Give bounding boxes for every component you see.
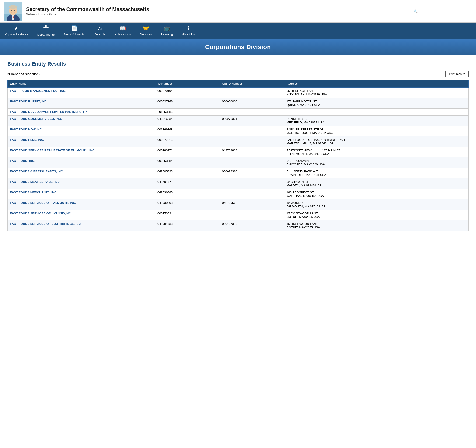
svg-point-8 [14,10,15,11]
table-row: FAST FOOD BUFFET, INC.000637869000000000… [8,98,469,108]
address-cell: 515 BROADWAYCHICOPEE, MA 01020 USA [284,158,469,168]
id-number-cell: 000183971 [155,147,220,158]
address-cell: , [284,108,469,115]
id-number-cell: 042784733 [155,221,220,231]
table-row: FAST FOODS & RESTAURANTS, INC.0426053930… [8,168,469,178]
search-box[interactable]: 🔍 [412,8,472,14]
entity-name-link[interactable]: FAST FOOD PLUS, INC. [10,138,44,142]
nav-item-news-events[interactable]: 📄 News & Events [59,23,89,39]
entity-name-link[interactable]: FAST FOOD BUFFET, INC. [10,100,48,103]
table-row: FAST FOODS SERVICES OF SOUTHBRIDGE, INC.… [8,221,469,231]
old-id-number-cell [220,210,284,221]
address-cell: TEATICKET HGWY.::::::::: 187 MAIN ST.E. … [284,147,469,158]
id-number-cell: 042401771 [155,178,220,189]
old-id-number-cell: 042739562 [220,199,284,210]
col-header-entity-name: Entity Name [8,80,155,87]
table-row: FAST FOOD GOURMET VIDEO, INC.04301683400… [8,115,469,126]
main-content: Business Entity Results Number of record… [0,55,476,237]
old-id-number-cell [220,158,284,168]
nav-item-about-us[interactable]: ℹ About Us [178,23,199,39]
site-title: Secretary of the Commonwealth of Massach… [26,6,412,12]
site-header: Secretary of the Commonwealth of Massach… [0,0,476,23]
info-icon: ℹ [188,25,189,32]
svg-rect-9 [45,25,47,27]
address-cell: FAST FOOD PLUS, INC. 129 BRIDLE PATHMARS… [284,136,469,147]
col-header-address: Address [284,80,469,87]
table-row: FAST FOOD PLUS, INC.000277615FAST FOOD P… [8,136,469,147]
col-sort-entity-name[interactable]: Entity Name [10,82,27,85]
nav-label-popular-features: Popular Features [5,32,28,36]
id-number-cell: 042739808 [155,199,220,210]
section-title: Business Entity Results [7,61,469,67]
entity-name-link[interactable]: FAST FOOD, INC. [10,159,35,163]
results-table: Entity Name ID Number Old ID Number Addr… [7,80,469,231]
records-icon: 🗂 [97,25,102,32]
search-input[interactable] [419,9,470,13]
entity-name-link[interactable]: FAST FOODS SERVICES OF HYANNIS,INC. [10,212,72,215]
table-row: FAST FOOD, INC.000253284515 BROADWAYCHIC… [8,158,469,168]
col-sort-old-id-number[interactable]: Old ID Number [222,82,243,85]
old-id-number-cell [220,87,284,98]
id-number-cell: 042605393 [155,168,220,178]
id-number-cell: 000637869 [155,98,220,108]
old-id-number-cell [220,189,284,199]
nav-label-about-us: About Us [182,32,195,36]
records-info-bar: Number of records: 20 Print results [7,71,469,77]
entity-name-link[interactable]: FAST FOODS MEAT SERVICE, INC. [10,180,60,184]
col-sort-address[interactable]: Address [287,82,298,85]
nav-label-learning: Learning [161,32,173,36]
nav-label-departments: Departments [37,33,55,36]
entity-name-link[interactable]: FAST FOODS SERVICES OF FALMOUTH, INC. [10,201,76,205]
table-header-row: Entity Name ID Number Old ID Number Addr… [8,80,469,87]
print-results-button[interactable]: Print results [445,71,469,77]
official-portrait [4,2,23,21]
main-nav: ★ Popular Features Departments 📄 News & … [0,23,476,39]
col-sort-id-number[interactable]: ID Number [158,82,172,85]
nav-item-services[interactable]: 🤝 Services [136,23,157,39]
table-row: FAST FOODS SERVICES OF FALMOUTH, INC.042… [8,199,469,210]
entity-name-link[interactable]: FAST FOOD DEVELOPMENT LIMITED PARTNERSHI… [10,110,87,114]
address-cell: 176 FARRINGTON ST.QUINCY, MA 02171 USA [284,98,469,108]
id-number-cell: 000153534 [155,210,220,221]
nav-label-news-events: News & Events [64,32,85,36]
entity-name-link[interactable]: FAST FOOD NOW INC [10,128,42,131]
id-number-cell: 042536385 [155,189,220,199]
nav-label-publications: Publications [114,32,131,36]
entity-name-link[interactable]: FAST FOODS MERCHANTS, INC. [10,191,57,194]
entity-name-link[interactable]: FAST FOOD GOURMET VIDEO, INC. [10,117,62,121]
old-id-number-cell: 000157316 [220,221,284,231]
old-id-number-cell: 042739808 [220,147,284,158]
address-cell: 52 SHARON STMALDEN, MA 02148 USA [284,178,469,189]
records-count-label: Number of records: 20 [7,72,42,76]
address-cell: 55 HERITAGE LANEWEYMOUTH, MA 02189 USA [284,87,469,98]
entity-name-link[interactable]: FAST FOODS & RESTAURANTS, INC. [10,170,64,173]
table-row: FAST FOODS SERVICES OF HYANNIS,INC.00015… [8,210,469,221]
id-number-cell: 043016834 [155,115,220,126]
old-id-number-cell: 000022320 [220,168,284,178]
id-number-cell: 000277615 [155,136,220,147]
col-header-old-id-number: Old ID Number [220,80,284,87]
nav-item-records[interactable]: 🗂 Records [89,23,110,39]
news-icon: 📄 [71,25,78,32]
id-number-cell: 000070194 [155,87,220,98]
official-name: William Francis Galvin [26,12,412,16]
table-row: FAST FOOD DEVELOPMENT LIMITED PARTNERSHI… [8,108,469,115]
services-icon: 🤝 [143,25,149,32]
entity-name-link[interactable]: FAST FOOD SERVICES REAL ESTATE OF FALMOU… [10,149,96,152]
address-cell: 186 PROSPECT STWALTHAM, MA 02154 USA [284,189,469,199]
nav-item-popular-features[interactable]: ★ Popular Features [0,23,33,39]
page-title-bar: Corporations Division [0,39,476,55]
nav-item-learning[interactable]: 📺 Learning [157,23,178,39]
address-cell: 51 LIBERTY PARK AVEBRAINTREE, MA 02184 U… [284,168,469,178]
address-cell: 12 WOODRISEFALMOUTH, MA 02540 USA [284,199,469,210]
nav-item-publications[interactable]: 📖 Publications [110,23,136,39]
id-number-cell: 000253284 [155,158,220,168]
address-cell: 15 ROSEWOOD LANECOTUIT, MA 02635 USA [284,221,469,231]
entity-name-link[interactable]: FAST - FOOD MANAGEMENT CO., INC. [10,89,66,93]
old-id-number-cell [220,108,284,115]
publications-icon: 📖 [119,25,126,32]
header-title-block: Secretary of the Commonwealth of Massach… [26,6,412,16]
entity-name-link[interactable]: FAST FOODS SERVICES OF SOUTHBRIDGE, INC. [10,222,82,226]
learning-icon: 📺 [164,25,170,32]
nav-item-departments[interactable]: Departments [33,23,59,39]
